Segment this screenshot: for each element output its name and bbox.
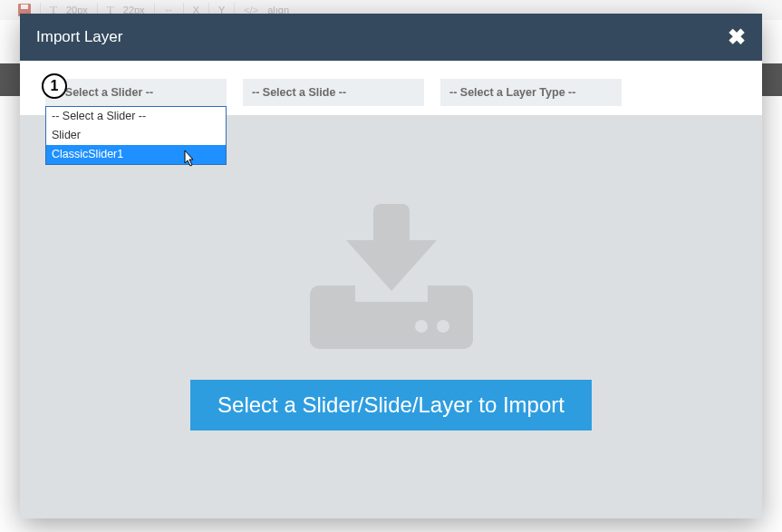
modal-title: Import Layer	[36, 28, 122, 46]
slider-select-placeholder: -- Select a Slider --	[54, 86, 153, 99]
close-icon[interactable]: ✖	[728, 26, 746, 48]
slide-select[interactable]: -- Select a Slide --	[243, 79, 424, 106]
stage-area: Select a Slider/Slide/Layer to Import	[20, 115, 762, 518]
download-icon	[310, 204, 473, 349]
slider-option-placeholder[interactable]: -- Select a Slider --	[46, 107, 226, 126]
slider-dropdown[interactable]: -- Select a Slider -- Slider ClassicSlid…	[45, 106, 227, 165]
slider-option-slider[interactable]: Slider	[46, 126, 226, 145]
step-badge-1: 1	[42, 73, 67, 99]
import-layer-modal: Import Layer ✖ 1 -- Select a Slider -- -…	[20, 14, 762, 518]
slider-select[interactable]: -- Select a Slider --	[45, 79, 227, 106]
layer-type-select-placeholder: -- Select a Layer Type --	[449, 86, 575, 99]
layer-type-select[interactable]: -- Select a Layer Type --	[440, 79, 622, 106]
modal-header: Import Layer ✖	[20, 14, 762, 61]
selectors-row: 1 -- Select a Slider -- -- Select a Slid…	[20, 61, 762, 115]
select-to-import-button[interactable]: Select a Slider/Slide/Layer to Import	[190, 380, 592, 430]
slide-select-placeholder: -- Select a Slide --	[252, 86, 346, 99]
slider-option-classicslider1[interactable]: ClassicSlider1	[46, 145, 226, 164]
